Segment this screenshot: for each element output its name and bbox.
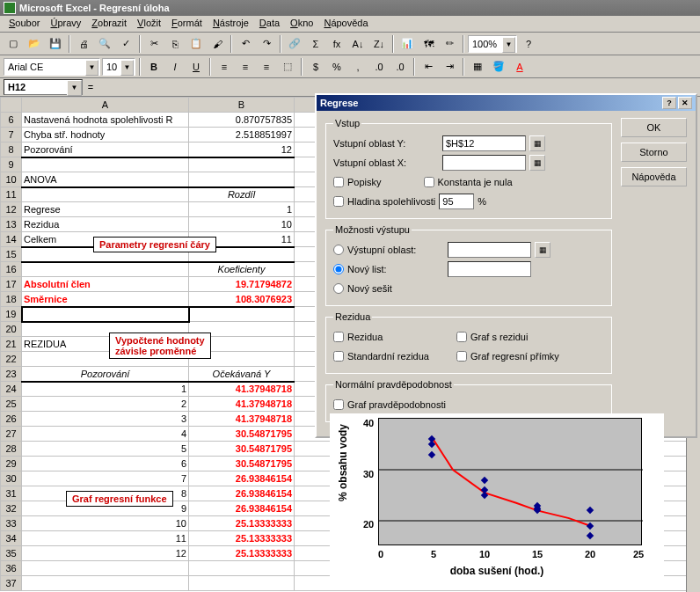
checkbox-konstanta[interactable] <box>424 177 434 187</box>
checkbox-popisky[interactable] <box>333 177 344 187</box>
row-header[interactable]: 10 <box>1 172 22 187</box>
menu-okno[interactable]: Okno <box>285 16 318 32</box>
checkbox-hladina[interactable] <box>333 196 344 207</box>
cell[interactable]: Absolutní člen <box>22 277 189 292</box>
preview-icon[interactable]: 🔍 <box>95 34 114 54</box>
row-header[interactable]: 17 <box>1 277 22 292</box>
row-header[interactable]: 12 <box>1 202 22 217</box>
cell[interactable]: 1 <box>189 202 295 217</box>
fill-color-icon[interactable]: 🪣 <box>489 57 508 77</box>
cell[interactable]: 2 <box>22 397 189 412</box>
cell[interactable]: Chyba stř. hodnoty <box>22 128 189 143</box>
row-header[interactable]: 36 <box>1 561 22 576</box>
font-color-icon[interactable]: A <box>510 57 529 77</box>
cell[interactable]: Pozorování <box>22 143 189 157</box>
row-header[interactable]: 8 <box>1 143 22 157</box>
regression-chart[interactable]: % obsahu vody 40 30 20 0 5 10 15 20 25 d… <box>330 413 664 581</box>
cell[interactable] <box>22 576 189 591</box>
row-header[interactable]: 7 <box>1 128 22 143</box>
cell[interactable] <box>22 187 189 202</box>
cell[interactable] <box>22 157 189 172</box>
cell[interactable]: 30.54871795 <box>189 457 295 471</box>
checkbox-rezidua[interactable] <box>333 332 344 342</box>
cell[interactable]: 30.54871795 <box>189 442 295 457</box>
cell[interactable]: 25.13333333 <box>189 546 295 561</box>
cell[interactable]: 108.3076923 <box>189 292 295 307</box>
refedit-y-icon[interactable]: ▦ <box>529 135 545 151</box>
name-box[interactable]: H12 <box>4 79 83 95</box>
copy-icon[interactable]: ⎘ <box>165 34 185 54</box>
redo-icon[interactable]: ↷ <box>257 34 276 54</box>
row-header[interactable]: 14 <box>1 232 22 247</box>
hyperlink-icon[interactable]: 🔗 <box>285 34 304 54</box>
col-header-b[interactable]: B <box>189 98 295 113</box>
comma-icon[interactable]: , <box>348 57 368 77</box>
cell[interactable]: 2.518851997 <box>189 128 295 143</box>
cell[interactable]: 41.37948718 <box>189 397 295 412</box>
checkbox-std-rezidua[interactable] <box>333 351 344 362</box>
cell[interactable] <box>22 307 189 322</box>
row-header[interactable]: 33 <box>1 516 22 531</box>
cell[interactable]: 41.37948718 <box>189 382 295 397</box>
cell[interactable] <box>189 157 295 172</box>
sort-desc-icon[interactable]: Z↓ <box>369 34 389 54</box>
row-header[interactable]: 15 <box>1 247 22 262</box>
cancel-button[interactable]: Storno <box>621 143 687 162</box>
col-header-a[interactable]: A <box>22 98 189 113</box>
cell[interactable]: 41.37948718 <box>189 412 295 427</box>
align-center-icon[interactable]: ≡ <box>236 57 255 77</box>
row-header[interactable]: 31 <box>1 486 22 501</box>
format-painter-icon[interactable]: 🖌 <box>208 34 227 54</box>
dialog-close-icon[interactable]: ✕ <box>678 97 692 109</box>
cell[interactable]: 25.13333333 <box>189 531 295 546</box>
indent-inc-icon[interactable]: ⇥ <box>440 57 459 77</box>
cell[interactable]: Směrnice <box>22 292 189 307</box>
menu-zobrazit[interactable]: Zobrazit <box>86 16 132 32</box>
align-right-icon[interactable]: ≡ <box>257 57 276 77</box>
cell[interactable]: 19.71794872 <box>189 277 295 292</box>
row-header[interactable]: 24 <box>1 382 22 397</box>
align-left-icon[interactable]: ≡ <box>215 57 234 77</box>
row-header[interactable]: 26 <box>1 412 22 427</box>
cell[interactable]: 26.93846154 <box>189 486 295 501</box>
row-header[interactable]: 23 <box>1 367 22 382</box>
select-all[interactable] <box>1 98 22 113</box>
italic-icon[interactable]: I <box>165 57 185 77</box>
cell[interactable] <box>189 576 295 591</box>
menu-upravy[interactable]: Úpravy <box>45 16 86 32</box>
paste-icon[interactable]: 📋 <box>186 34 206 54</box>
row-header[interactable]: 13 <box>1 217 22 232</box>
save-icon[interactable]: 💾 <box>46 34 65 54</box>
cell[interactable]: 6 <box>22 457 189 471</box>
cell[interactable]: Rezidua <box>22 217 189 232</box>
cell[interactable]: 25.13333333 <box>189 516 295 531</box>
cell[interactable]: 4 <box>22 427 189 442</box>
cell[interactable] <box>189 307 295 322</box>
menu-vlozit[interactable]: Vložit <box>132 16 166 32</box>
row-header[interactable]: 29 <box>1 457 22 471</box>
bold-icon[interactable]: B <box>144 57 164 77</box>
row-header[interactable]: 37 <box>1 576 22 591</box>
cell[interactable]: 11 <box>22 531 189 546</box>
help-icon[interactable]: ? <box>519 34 538 54</box>
checkbox-graf-rezidui[interactable] <box>456 332 467 342</box>
cell[interactable]: Očekávaná Y <box>189 367 295 382</box>
row-header[interactable]: 30 <box>1 471 22 486</box>
cell[interactable]: Pozorování <box>22 367 189 382</box>
cell[interactable]: 1 <box>22 382 189 397</box>
dialog-help-icon[interactable]: ? <box>662 97 676 109</box>
dec-decimal-icon[interactable]: .0 <box>390 57 410 77</box>
input-hladina[interactable] <box>439 194 474 209</box>
indent-dec-icon[interactable]: ⇤ <box>419 57 438 77</box>
inc-decimal-icon[interactable]: .0 <box>369 57 389 77</box>
radio-novy-sesit[interactable] <box>333 283 344 294</box>
row-header[interactable]: 18 <box>1 292 22 307</box>
row-header[interactable]: 11 <box>1 187 22 202</box>
radio-novy-list[interactable] <box>333 264 344 274</box>
refedit-x-icon[interactable]: ▦ <box>529 155 545 171</box>
row-header[interactable]: 25 <box>1 397 22 412</box>
autosum-icon[interactable]: Σ <box>306 34 325 54</box>
refedit-out-icon[interactable]: ▦ <box>535 242 551 258</box>
cell[interactable]: 12 <box>22 546 189 561</box>
menu-nastroje[interactable]: Nástroje <box>208 16 254 32</box>
